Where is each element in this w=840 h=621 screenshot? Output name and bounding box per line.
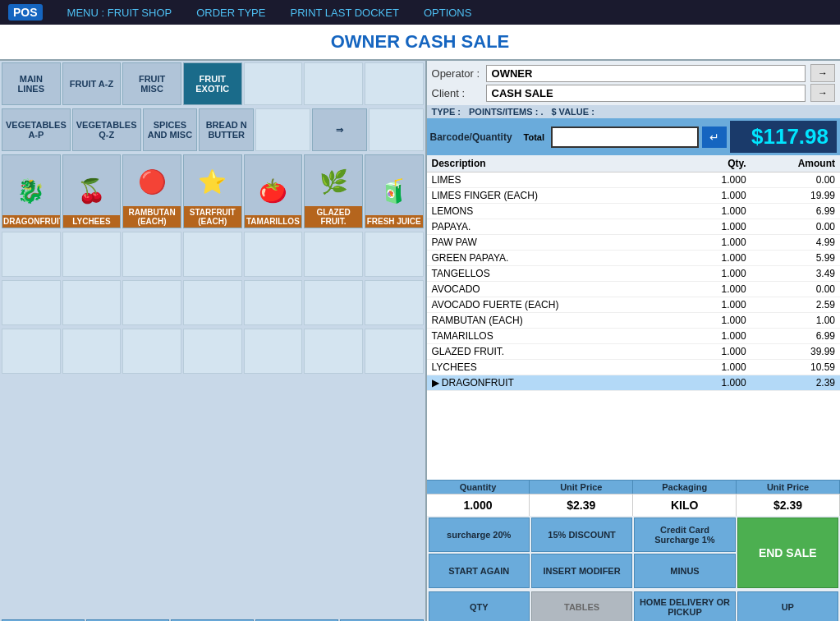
cat-empty-2 — [304, 62, 363, 105]
left-panel: MAIN LINES FRUIT A-Z FRUIT MISC FRUIT EX… — [0, 61, 425, 621]
main-layout: MAIN LINES FRUIT A-Z FRUIT MISC FRUIT EX… — [0, 61, 840, 621]
empty-cell-3 — [122, 232, 181, 277]
start-again-btn[interactable]: START AGAIN — [429, 554, 530, 588]
table-row[interactable]: GREEN PAPAYA. 1.000 5.99 — [427, 251, 840, 266]
credit-surcharge-btn[interactable]: Credit Card Surcharge 1% — [634, 518, 735, 552]
operator-arrow[interactable]: → — [810, 64, 835, 82]
prod-glazed[interactable]: 🌿 GLAZED FRUIT. — [304, 154, 363, 228]
row-amount: 4.99 — [751, 235, 840, 251]
barcode-input[interactable] — [551, 126, 699, 148]
value-label: $ VALUE : — [551, 107, 594, 117]
owner-header: OWNER CASH SALE — [0, 25, 840, 61]
row-qty: 1.000 — [686, 204, 750, 219]
qty-btn[interactable]: QTY — [429, 591, 530, 621]
table-row[interactable]: LEMONS 1.000 6.99 — [427, 204, 840, 219]
home-delivery-btn[interactable]: HOME DELIVERY OR PICKUP — [634, 591, 735, 621]
cat-empty-4 — [255, 108, 310, 151]
discount-15-btn[interactable]: 15% DISCOUNT — [531, 518, 632, 552]
prod-starfruit-label: STARFRUIT (EACH) — [184, 206, 241, 228]
category-grid-row2: VEGETABLES A-P VEGETABLES Q-Z SPICES AND… — [0, 107, 425, 153]
cat-empty-3 — [365, 62, 424, 105]
empty-product-rows-3 — [0, 327, 425, 375]
empty-product-rows-1 — [0, 230, 425, 278]
type-label: TYPE : — [432, 107, 461, 117]
row-qty: 1.000 — [686, 172, 750, 188]
row-desc: LIMES — [427, 172, 686, 188]
insert-modifier-btn[interactable]: INSERT MODIFER — [531, 554, 632, 588]
row-amount: 2.39 — [751, 375, 840, 391]
cat-veg-ap[interactable]: VEGETABLES A-P — [2, 108, 71, 151]
prod-rambutan[interactable]: 🔴 RAMBUTAN (EACH) — [122, 154, 181, 228]
surcharge-20-btn[interactable]: surcharge 20% — [429, 518, 530, 552]
empty-cell-17 — [122, 329, 181, 374]
col-amount: Amount — [751, 155, 840, 172]
row-qty: 1.000 — [686, 188, 750, 204]
row-desc: AVOCADO FUERTE (EACH) — [427, 297, 686, 313]
cat-main-lines[interactable]: MAIN LINES — [2, 62, 61, 105]
row-desc: GREEN PAPAYA. — [427, 251, 686, 266]
nav-order-type[interactable]: ORDER TYPE — [196, 7, 265, 19]
unit-price-hdr: Unit Price — [530, 481, 633, 494]
minus-btn[interactable]: MINUS — [634, 554, 735, 588]
top-navigation: POS MENU : FRUIT SHOP ORDER TYPE PRINT L… — [0, 0, 840, 25]
prod-lychees[interactable]: 🍒 LYCHEES — [62, 154, 122, 228]
empty-cell-11 — [183, 280, 242, 325]
rambutan-icon: 🔴 — [123, 157, 181, 206]
cat-bread[interactable]: BREAD N BUTTER — [199, 108, 254, 151]
bottom-action-buttons: PRINT LAST DOCKET RETURNS PAYOUTS DISCOU… — [0, 618, 425, 621]
row-qty: 1.000 — [686, 344, 750, 360]
tables-btn[interactable]: TABLES — [531, 591, 632, 621]
row-amount: 19.99 — [751, 188, 840, 204]
nav-options[interactable]: OPTIONS — [424, 7, 472, 19]
client-row: Client : CASH SALE → — [432, 84, 835, 102]
row-amount: 3.49 — [751, 266, 840, 282]
cat-spices[interactable]: SPICES AND MISC — [143, 108, 198, 151]
empty-cell-8 — [2, 280, 61, 325]
cat-fruit-az[interactable]: FRUIT A-Z — [62, 62, 122, 105]
table-row[interactable]: ▶ DRAGONFRUIT 1.000 2.39 — [427, 375, 840, 391]
cat-veg-qz[interactable]: VEGETABLES Q-Z — [72, 108, 141, 151]
client-arrow[interactable]: → — [810, 84, 835, 102]
table-row[interactable]: LYCHEES 1.000 10.59 — [427, 360, 840, 375]
prod-tamarillos[interactable]: 🍅 TAMARILLOS — [244, 154, 303, 228]
table-row[interactable]: LIMES FINGER (EACH) 1.000 19.99 — [427, 188, 840, 204]
end-sale-btn[interactable]: END SALE — [737, 518, 838, 588]
nav-print-last[interactable]: PRINT LAST DOCKET — [290, 7, 398, 19]
table-row[interactable]: RAMBUTAN (EACH) 1.000 1.00 — [427, 313, 840, 329]
table-row[interactable]: PAPAYA. 1.000 0.00 — [427, 219, 840, 235]
table-row[interactable]: GLAZED FRUIT. 1.000 39.99 — [427, 344, 840, 360]
qty-hdr: Quantity — [427, 481, 530, 494]
row-desc: TAMARILLOS — [427, 329, 686, 344]
table-row[interactable]: TAMARILLOS 1.000 6.99 — [427, 329, 840, 344]
table-row[interactable]: AVOCADO FUERTE (EACH) 1.000 2.59 — [427, 297, 840, 313]
prod-dragonfruit[interactable]: 🐉 DRAGONFRUIT — [2, 154, 61, 228]
prod-juice[interactable]: 🧃 FRESH JUICE — [365, 154, 424, 228]
row-qty: 1.000 — [686, 251, 750, 266]
prod-starfruit[interactable]: ⭐ STARFRUIT (EACH) — [183, 154, 242, 228]
row-desc: ▶ DRAGONFRUIT — [427, 375, 686, 391]
table-row[interactable]: TANGELLOS 1.000 3.49 — [427, 266, 840, 282]
nav-menu[interactable]: MENU : FRUIT SHOP — [67, 7, 172, 19]
col-description: Description — [427, 155, 686, 172]
row-desc: LYCHEES — [427, 360, 686, 375]
empty-cell-12 — [244, 280, 303, 325]
cat-fruit-misc[interactable]: FRUIT MISC — [122, 62, 181, 105]
cat-arrow[interactable]: ⇒ — [312, 108, 367, 151]
row-amount: 5.99 — [751, 251, 840, 266]
empty-cell-14 — [365, 280, 424, 325]
enter-button[interactable]: ↵ — [702, 126, 727, 148]
empty-cell-6 — [304, 232, 363, 277]
prod-glazed-label: GLAZED FRUIT. — [305, 206, 362, 228]
lychees-icon: 🍒 — [63, 166, 121, 215]
order-table[interactable]: Description Qty. Amount LIMES 1.000 0.00… — [427, 155, 840, 480]
row-qty: 1.000 — [686, 282, 750, 297]
prod-juice-label: FRESH JUICE — [365, 215, 423, 228]
sale-buttons: surcharge 20% 15% DISCOUNT Credit Card S… — [427, 516, 840, 590]
right-panel: Operator : OWNER → Client : CASH SALE → … — [425, 61, 840, 621]
up-btn[interactable]: UP — [737, 591, 838, 621]
empty-cell-4 — [183, 232, 242, 277]
table-row[interactable]: AVOCADO 1.000 0.00 — [427, 282, 840, 297]
table-row[interactable]: PAW PAW 1.000 4.99 — [427, 235, 840, 251]
table-row[interactable]: LIMES 1.000 0.00 — [427, 172, 840, 188]
cat-fruit-exotic[interactable]: FRUIT EXOTIC — [183, 62, 242, 105]
